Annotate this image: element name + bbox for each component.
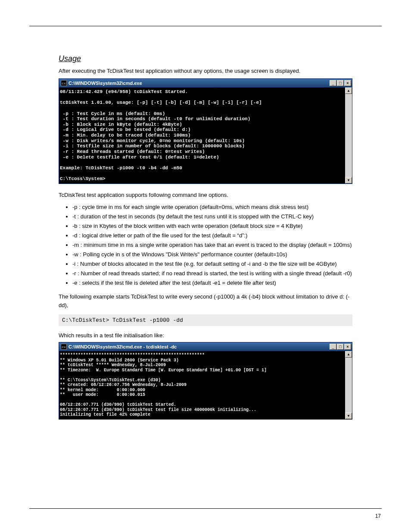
- close-button[interactable]: ×: [344, 344, 351, 350]
- scroll-down-button[interactable]: ▼: [345, 177, 352, 184]
- cmd-icon: cx: [61, 80, 67, 86]
- caption-text: Which results in a test file initialisat…: [59, 332, 352, 339]
- minimize-button[interactable]: _: [330, 344, 336, 350]
- lead-paragraph: After executing the TcDiskTest test appl…: [59, 68, 352, 74]
- option-item: -r : Number of read threads started; if …: [72, 269, 352, 278]
- cmd-window-init: cx C:\WINDOWS\system32\cmd.exe - tcdiskt…: [59, 342, 352, 420]
- minimize-button[interactable]: _: [330, 80, 336, 86]
- maximize-button[interactable]: □: [337, 344, 344, 350]
- close-button[interactable]: ×: [344, 80, 351, 86]
- command-line-example: C:\TcDiskTest> TcDiskTest -p1000 -dd: [59, 314, 352, 326]
- scrollbar[interactable]: ▲ ▼: [345, 351, 352, 419]
- window-title: C:\WINDOWS\system32\cmd.exe - tcdisktest…: [68, 344, 330, 349]
- options-list: -p : cycle time in ms for each single wr…: [72, 202, 352, 288]
- top-rule: [29, 26, 382, 26]
- console-output: ****************************************…: [59, 351, 345, 419]
- window-title: C:\WINDOWS\system32\cmd.exe: [68, 81, 330, 86]
- scroll-up-button[interactable]: ▲: [345, 351, 352, 358]
- scroll-track[interactable]: [345, 94, 352, 177]
- scroll-up-button[interactable]: ▲: [345, 87, 352, 94]
- titlebar[interactable]: cx C:\WINDOWS\system32\cmd.exe - tcdiskt…: [59, 342, 352, 351]
- scroll-track[interactable]: [345, 358, 352, 413]
- option-item: -m : minimum time in ms a single write o…: [72, 240, 352, 250]
- option-item: -b : size in Kbytes of the block written…: [72, 221, 352, 231]
- cmd-window-usage: cx C:\WINDOWS\system32\cmd.exe _ □ × 08/…: [59, 78, 352, 184]
- option-item: -t : duration of the test in seconds (by…: [72, 212, 352, 221]
- titlebar[interactable]: cx C:\WINDOWS\system32\cmd.exe _ □ ×: [59, 79, 352, 87]
- scrollbar[interactable]: ▲ ▼: [345, 87, 352, 184]
- option-item: -d : logical drive letter or path of the…: [72, 231, 352, 240]
- cmd-icon: cx: [61, 344, 67, 350]
- bottom-rule: [29, 508, 382, 509]
- console-output: 08/11:21:42.429 (e94/958) tcDiskTest Sta…: [59, 87, 345, 184]
- page-content: Usage After executing the TcDiskTest tes…: [29, 34, 382, 502]
- scroll-down-button[interactable]: ▼: [345, 413, 352, 419]
- options-intro: TcDiskTest test application supports fol…: [59, 191, 352, 200]
- maximize-button[interactable]: □: [337, 80, 344, 86]
- option-item: -e : selects if the test file is deleted…: [72, 278, 352, 288]
- example-text: The following example starts TcDiskTest …: [59, 292, 352, 311]
- option-item: -p : cycle time in ms for each single wr…: [72, 202, 352, 212]
- page-number: 17: [375, 513, 381, 519]
- option-item: -w : Polling cycle in s of the Windows "…: [72, 250, 352, 259]
- option-item: -i : Number of blocks allocated in the t…: [72, 259, 352, 269]
- section-heading: Usage: [59, 54, 382, 63]
